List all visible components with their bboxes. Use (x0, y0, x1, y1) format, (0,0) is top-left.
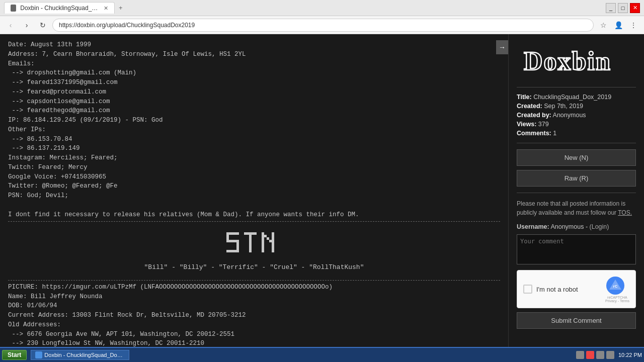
svg-text:Doxbin: Doxbin (524, 47, 611, 75)
sidebar-divider-2 (517, 143, 636, 143)
taskbar-item-browser[interactable]: Doxbin - ChucklingSquad_Dox_2019 (31, 350, 129, 360)
doc-line: Date: August 13th 1999 (8, 40, 500, 50)
svg-rect-3 (236, 242, 239, 250)
created-label: Created: (517, 103, 542, 110)
title-bar: Doxbin - ChucklingSquad_Dox_2019 ✕ + _ □… (0, 0, 644, 16)
login-link[interactable]: (Login) (590, 223, 609, 230)
doc-line: Emails: (8, 59, 500, 69)
page-content-wrapper: → Date: August 13th 1999 Address: 7, Cea… (0, 34, 644, 347)
start-label: Start (8, 351, 21, 358)
sidebar-comments-row: Comments: 1 (517, 130, 636, 137)
section-separator-2 (8, 280, 500, 281)
comments-value: 1 (553, 130, 556, 137)
title-label: Title: (517, 94, 532, 101)
section-separator-1 (8, 221, 500, 222)
recaptcha-icon: rC (605, 276, 625, 296)
recaptcha-logo: rC reCAPTCHAPrivacy - Terms (605, 276, 629, 303)
doc-line: Other IPs: (8, 125, 500, 135)
doc-line: IP: 86.184.129.245 (09/1/2019) - PSN: Go… (8, 116, 500, 125)
doc-line: --> fearedthegod@gmail.com (8, 106, 500, 116)
maximize-button[interactable]: □ (618, 3, 628, 13)
doc-line: Instagram: Merciless; Feared; (8, 153, 500, 163)
comments-label: Comments: (517, 130, 551, 137)
tray-icon-3 (596, 351, 604, 359)
browser-tab[interactable]: Doxbin - ChucklingSquad_Dox_2019 ✕ (4, 2, 115, 14)
tray-icon-2 (586, 351, 594, 359)
recaptcha-brand-text: reCAPTCHAPrivacy - Terms (605, 296, 629, 303)
ascii-art-section: "Bill" - "Billy" - "Terrific" - "Cruel" … (8, 224, 500, 278)
doc-line: --> capsdontlose@gmail.com (8, 97, 500, 107)
doxbin-logo-svg: Doxbin (521, 42, 632, 77)
doc-line: Name: Bill Jeffrey Nounda (8, 292, 500, 302)
svg-rect-9 (267, 237, 269, 240)
taskbar-item-icon (35, 351, 42, 358)
doc-line: Google Voice: +07415030965 (8, 172, 500, 182)
captcha-checkbox-area[interactable]: I'm not a robot (523, 285, 578, 294)
main-panel[interactable]: Date: August 13th 1999 Address: 7, Cearn… (0, 34, 508, 347)
doc-line: --> feared@protonmail.com (8, 87, 500, 97)
back-button[interactable]: ‹ (4, 19, 17, 32)
tray-icon-4 (606, 351, 614, 359)
tos-link[interactable]: TOS. (618, 209, 632, 216)
sidebar-title-row: Title: ChucklingSquad_Dox_2019 (517, 94, 636, 101)
tray-icons (576, 351, 614, 359)
sidebar: Doxbin Title: ChucklingSquad_Dox_2019 Cr… (508, 34, 644, 347)
views-label: Views: (517, 121, 536, 128)
doc-line: --> 86.153.70.84 (8, 135, 500, 144)
close-button[interactable]: ✕ (630, 3, 640, 13)
browser-window: Doxbin - ChucklingSquad_Dox_2019 ✕ + _ □… (0, 0, 644, 362)
svg-rect-11 (272, 232, 274, 252)
tab-close-button[interactable]: ✕ (104, 5, 108, 12)
sidebar-divider-1 (517, 87, 636, 87)
doc-line: Address: 7, Cearn Bhoraraidh, Stornoway,… (8, 50, 500, 59)
captcha-container: I'm not a robot rC reCAPTCHAPrivacy - Te… (517, 270, 636, 308)
raw-button[interactable]: Raw (R) (517, 170, 636, 187)
new-button[interactable]: New (N) (517, 149, 636, 166)
tos-notice: Please note that all posted information … (517, 199, 636, 217)
bookmark-button[interactable]: ☆ (597, 19, 610, 32)
svg-rect-6 (249, 235, 252, 252)
tray-icon-1 (576, 351, 584, 359)
doc-note: I dont find it necessary to release his … (8, 210, 500, 220)
created-by-value: Anonymous (553, 112, 586, 119)
svg-rect-4 (226, 250, 239, 252)
doc-line: Twitch: Feared; Mercy (8, 163, 500, 172)
forward-button[interactable]: › (20, 19, 33, 32)
captcha-checkbox[interactable] (523, 285, 532, 294)
taskbar: Start Doxbin - ChucklingSquad_Dox_2019 1… (0, 347, 644, 362)
svg-rect-8 (264, 235, 267, 237)
minimize-button[interactable]: _ (606, 3, 616, 13)
address-bar[interactable] (52, 19, 594, 32)
new-tab-button[interactable]: + (115, 2, 127, 14)
created-value: Sep 7th, 2019 (544, 103, 583, 110)
sidebar-created-by-row: Created by: Anonymous (517, 112, 636, 119)
tab-favicon (11, 5, 16, 12)
doc-line: Old Addresses: (8, 320, 500, 330)
doc-line: --> dropshotting@gmail.com (Main) (8, 68, 500, 78)
doc-line-twitter: Twitter: @Romeo; @Feared; @Fe (8, 182, 500, 191)
doc-line: DOB: 01/06/94 (8, 301, 500, 311)
svg-rect-1 (226, 232, 229, 240)
doc-line: PICTURE: https://imgur.com/uLTPzMf (LNFA… (8, 283, 500, 292)
sidebar-divider-3 (517, 193, 636, 193)
submit-comment-button[interactable]: Submit Comment (517, 312, 636, 329)
taskbar-items: Doxbin - ChucklingSquad_Dox_2019 (31, 350, 576, 360)
profile-button[interactable]: 👤 (612, 19, 625, 32)
stn-ascii-art (224, 230, 284, 260)
views-value: 379 (538, 121, 549, 128)
username-label: Username: (517, 223, 549, 230)
refresh-button[interactable]: ↻ (36, 19, 49, 32)
doc-line: --> 6676 Georgia Ave NW, APT 101, Washin… (8, 330, 500, 339)
doc-line: Current Address: 13003 Flint Rock Dr, Be… (8, 311, 500, 320)
doc-line: PSN: God; Devil; (8, 191, 500, 201)
doc-line: --> 230 Longfellow St NW, Washington, DC… (8, 339, 500, 347)
sidebar-toggle-button[interactable]: → (496, 40, 508, 54)
start-button[interactable]: Start (2, 350, 27, 360)
tab-title: Doxbin - ChucklingSquad_Dox_2019 (20, 5, 100, 12)
title-value: ChucklingSquad_Dox_2019 (533, 94, 611, 101)
doc-line: --> 86.137.219.149 (8, 144, 500, 153)
username-value: Anonymous - (550, 223, 589, 230)
sidebar-created-row: Created: Sep 7th, 2019 (517, 103, 636, 110)
comment-input[interactable] (517, 234, 636, 264)
menu-button[interactable]: ⋮ (627, 19, 640, 32)
